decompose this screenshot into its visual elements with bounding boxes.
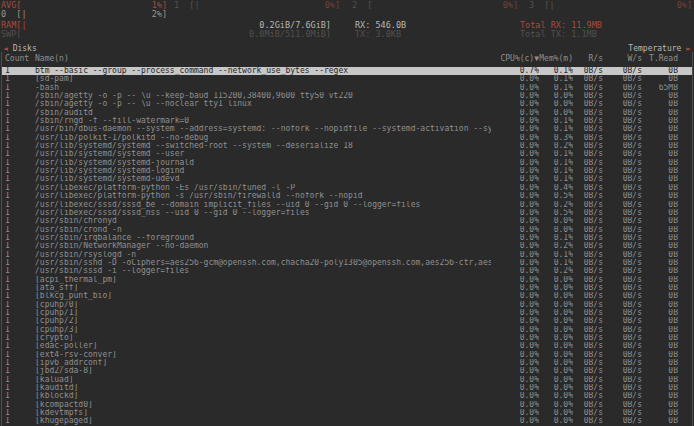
table-row[interactable]: 1 [kblockd] 0.0% 0.0% 0B/s 0B/s 0B <box>2 392 692 400</box>
process-cpu: 0.0% <box>491 359 539 367</box>
process-mem: 0.0% <box>539 217 573 225</box>
process-total-read: 0B <box>642 401 678 409</box>
cpu-core2-label: 2 [ <box>352 1 372 10</box>
process-count: 1 <box>2 75 35 83</box>
process-cpu: 0.0% <box>491 367 539 375</box>
process-read: 0B/s <box>573 326 603 334</box>
process-name: /sbin/rngd -f --fill-watermark=0 <box>35 117 491 125</box>
cpu-core2-value: 0%] <box>503 1 518 10</box>
header-count[interactable]: Count <box>2 54 35 64</box>
process-total-read: 0B <box>642 367 678 375</box>
process-count: 1 <box>2 359 35 367</box>
header-read[interactable]: R/s <box>573 54 603 64</box>
table-row[interactable]: 1 [edac-poller] 0.0% 0.0% 0B/s 0B/s 0B <box>2 342 692 350</box>
table-row[interactable]: 1 [ata_sff] 0.0% 0.0% 0B/s 0B/s 0B <box>2 284 692 292</box>
table-row[interactable]: 1 [ext4-rsv-conver] 0.0% 0.0% 0B/s 0B/s … <box>2 351 692 359</box>
table-row[interactable]: 1 [kcompactd0] 0.0% 0.0% 0B/s 0B/s 0B <box>2 401 692 409</box>
process-total-read: 0B <box>642 301 678 309</box>
table-row[interactable]: 1 -bash 0.0% 0.1% 0B/s 0B/s 65MB <box>2 84 692 92</box>
process-write: 0B/s <box>603 376 642 384</box>
swap-value: 0.0MiB/511.0MiB] <box>249 30 331 39</box>
table-row[interactable]: 1 /usr/lib/systemd/systemd-udevd 0.0% 0.… <box>2 175 692 183</box>
process-name: [ext4-rsv-conver] <box>35 351 491 359</box>
process-count: 1 <box>2 167 35 175</box>
process-cpu: 0.0% <box>491 167 539 175</box>
table-row[interactable]: 1 /usr/lib/systemd/systemd-logind 0.0% 0… <box>2 167 692 175</box>
table-row[interactable]: 1 /usr/libexec/sssd/sssd_be --domain imp… <box>2 201 692 209</box>
table-row[interactable]: 1 [sd-pam] 0.0% 0.1% 0B/s 0B/s 0B <box>2 75 692 83</box>
process-count: 1 <box>2 392 35 400</box>
table-row[interactable]: 1 [kaluad] 0.0% 0.0% 0B/s 0B/s 0B <box>2 376 692 384</box>
process-mem: 0.2% <box>539 201 573 209</box>
table-row[interactable]: 1 [cpuhp/3] 0.0% 0.0% 0B/s 0B/s 0B <box>2 326 692 334</box>
table-row[interactable]: 1 /usr/lib/systemd/systemd --user 0.0% 0… <box>2 150 692 158</box>
process-write: 0B/s <box>603 334 642 342</box>
process-count: 1 <box>2 351 35 359</box>
table-row[interactable]: 1 /sbin/rngd -f --fill-watermark=0 0.0% … <box>2 117 692 125</box>
table-row[interactable]: 1 [ipv6_addrconf] 0.0% 0.0% 0B/s 0B/s 0B <box>2 359 692 367</box>
process-count: 1 <box>2 401 35 409</box>
table-row[interactable]: 1 /usr/libexec/sssd/sssd_nss --uid 0 --g… <box>2 209 692 217</box>
process-count: 1 <box>2 117 35 125</box>
header-name[interactable]: Name(n) <box>35 54 491 64</box>
process-name: [kaluad] <box>35 376 491 384</box>
process-total-read: 0B <box>642 292 678 300</box>
process-read: 0B/s <box>573 84 603 92</box>
table-row[interactable]: 1 /usr/sbin/sshd -D -oCiphers=aes256-gcm… <box>2 259 692 267</box>
process-write: 0B/s <box>603 134 642 142</box>
gauge-track <box>27 10 152 19</box>
table-row[interactable]: 1 [acpi_thermal_pm] 0.0% 0.0% 0B/s 0B/s … <box>2 276 692 284</box>
process-total-read: 0B <box>642 167 678 175</box>
process-count: 1 <box>2 67 35 75</box>
table-row[interactable]: 1 /usr/libexec/platform-python -Es /usr/… <box>2 184 692 192</box>
header-mem[interactable]: Mem%(m) <box>539 54 573 64</box>
table-row[interactable]: 1 /usr/lib/systemd/systemd-journald 0.0%… <box>2 159 692 167</box>
process-read: 0B/s <box>573 150 603 158</box>
process-read: 0B/s <box>573 100 603 108</box>
table-row[interactable]: 1 /usr/sbin/sssd -i --logger=files 0.0% … <box>2 267 692 275</box>
process-mem: 0.4% <box>539 184 573 192</box>
table-row[interactable]: 1 /usr/lib/polkit-1/polkitd --no-debug 0… <box>2 134 692 142</box>
header-cpu[interactable]: CPU%(c)▼ <box>491 54 539 64</box>
table-row[interactable]: 1 /sbin/agetty -o -p -- \u --keep-baud 1… <box>2 92 692 100</box>
table-row[interactable]: 1 /usr/sbin/rsyslogd -n 0.0% 0.1% 0B/s 0… <box>2 251 692 259</box>
process-count: 1 <box>2 309 35 317</box>
table-row[interactable]: 1 [cpuhp/0] 0.0% 0.0% 0B/s 0B/s 0B <box>2 301 692 309</box>
process-name: /usr/libexec/sssd/sssd_nss --uid 0 --gid… <box>35 209 491 217</box>
table-row[interactable]: 1 /usr/lib/systemd/systemd --switched-ro… <box>2 142 692 150</box>
process-write: 0B/s <box>603 117 642 125</box>
table-row[interactable]: 1 [khugepaged] 0.0% 0.0% 0B/s 0B/s 0B <box>2 417 692 425</box>
table-row[interactable]: 1 /usr/sbin/irqbalance --foreground 0.0%… <box>2 234 692 242</box>
process-count: 1 <box>2 292 35 300</box>
table-row[interactable]: 1 /sbin/agetty -o -p -- \u --noclear tty… <box>2 100 692 108</box>
process-name: /usr/sbin/sssd -i --logger=files <box>35 267 491 275</box>
gauge-track <box>21 30 249 39</box>
process-count: 1 <box>2 409 35 417</box>
header-write[interactable]: W/s <box>603 54 642 64</box>
process-count: 1 <box>2 201 35 209</box>
process-count: 1 <box>2 267 35 275</box>
table-row[interactable]: 1 [kauditd] 0.0% 0.0% 0B/s 0B/s 0B <box>2 384 692 392</box>
table-row[interactable]: 1 /sbin/auditd 0.0% 0.0% 0B/s 0B/s 0B <box>2 109 692 117</box>
process-cpu: 0.0% <box>491 92 539 100</box>
table-row[interactable]: 1 [cpuhp/1] 0.0% 0.0% 0B/s 0B/s 0B <box>2 309 692 317</box>
table-row[interactable]: 1 /usr/bin/dbus-daemon --system --addres… <box>2 125 692 133</box>
table-row[interactable]: 1 btm --basic --group --process_command … <box>2 67 692 75</box>
table-row[interactable]: 1 [crypto] 0.0% 0.0% 0B/s 0B/s 0B <box>2 334 692 342</box>
table-row[interactable]: 1 [kdevtmpfs] 0.0% 0.0% 0B/s 0B/s 0B <box>2 409 692 417</box>
table-row[interactable]: 1 /usr/sbin/chronyd 0.0% 0.0% 0B/s 0B/s … <box>2 217 692 225</box>
process-mem: 0.1% <box>539 259 573 267</box>
table-row[interactable]: 1 [blkcg_punt_bio] 0.0% 0.0% 0B/s 0B/s 0… <box>2 292 692 300</box>
table-row[interactable]: 1 [cpuhp/2] 0.0% 0.0% 0B/s 0B/s 0B <box>2 317 692 325</box>
header-tread[interactable]: T.Read <box>642 54 678 64</box>
process-total-read: 0B <box>642 309 678 317</box>
table-row[interactable]: 1 /usr/sbin/NetworkManager --no-daemon 0… <box>2 242 692 250</box>
process-cpu: 0.0% <box>491 142 539 150</box>
process-total-read: 0B <box>642 351 678 359</box>
table-row[interactable]: 1 /usr/libexec/platform-python -s /usr/s… <box>2 192 692 200</box>
process-write: 0B/s <box>603 226 642 234</box>
cpu-gauge-core3: 3 [|0%] <box>529 1 692 10</box>
table-row[interactable]: 1 /usr/sbin/crond -n 0.0% 0.0% 0B/s 0B/s… <box>2 226 692 234</box>
process-name: /usr/sbin/sshd -D -oCiphers=aes256-gcm@o… <box>35 259 491 267</box>
table-row[interactable]: 1 [jbd2/sda-8] 0.0% 0.0% 0B/s 0B/s 0B <box>2 367 692 375</box>
